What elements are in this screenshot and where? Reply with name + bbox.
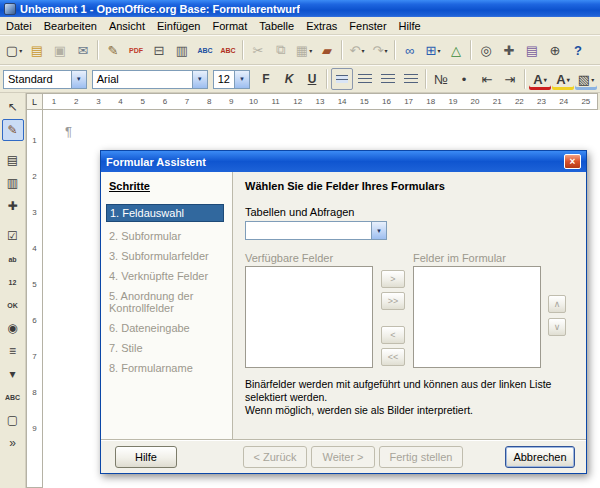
chevron-down-icon[interactable]: ▼ [371, 222, 386, 239]
email-icon[interactable]: ✉ [72, 39, 94, 61]
zoom-icon[interactable]: ⊕ [544, 39, 566, 61]
paragraph-mark: ¶ [65, 124, 72, 139]
decrease-indent-button[interactable]: ⇤ [476, 68, 498, 90]
save-icon: ▣ [49, 39, 71, 61]
menu-datei[interactable]: Datei [0, 18, 38, 34]
step-5-anordnung-der-kontrollfelder: 5. Anordnung der Kontrollfelder [109, 290, 224, 314]
bullets-button[interactable]: • [453, 68, 475, 90]
form-navigator-icon[interactable]: ✚ [2, 195, 24, 217]
tables-combo[interactable]: ▼ [245, 221, 387, 240]
menu-ansicht[interactable]: Ansicht [103, 18, 151, 34]
option-button-icon[interactable]: ◉ [2, 317, 24, 339]
more-controls-icon[interactable]: » [2, 432, 24, 454]
label-field-icon[interactable]: ABC [2, 386, 24, 408]
formatted-field-icon[interactable]: 12 [2, 271, 24, 293]
italic-button[interactable]: K [278, 68, 300, 90]
menu-format[interactable]: Format [206, 18, 253, 34]
steps-heading: Schritte [109, 180, 224, 192]
select-pointer-icon[interactable]: ↖ [2, 96, 24, 118]
justify-button[interactable] [400, 68, 422, 90]
control-properties-icon[interactable]: ▤ [2, 149, 24, 171]
font-name-combo[interactable]: Arial ▼ [92, 70, 208, 89]
checkbox-icon[interactable]: ☑ [2, 225, 24, 247]
vertical-ruler[interactable]: 123456789 [26, 110, 43, 488]
align-left-button[interactable] [331, 68, 353, 90]
formatting-toolbar: Standard ▼ Arial ▼ 12 ▼ FKU№•⇤⇥A▾A▾▧▾ [0, 65, 600, 93]
step-1-feldauswahl[interactable]: 1. Feldauswahl [106, 204, 224, 222]
menu-tabelle[interactable]: Tabelle [253, 18, 300, 34]
design-mode-icon[interactable]: ✎ [2, 119, 24, 141]
spellcheck-icon[interactable]: ABC [194, 39, 216, 61]
form-properties-icon[interactable]: ▥ [2, 172, 24, 194]
open-icon[interactable]: ▤ [26, 39, 48, 61]
edit-file-icon[interactable]: ✎ [102, 39, 124, 61]
cut-icon: ✂ [247, 39, 269, 61]
dialog-heading: Wählen Sie die Felder Ihres Formulars [245, 180, 574, 192]
push-button-icon[interactable]: OK [2, 294, 24, 316]
dialog-titlebar[interactable]: Formular Assistent × [101, 151, 586, 172]
images-note: Wenn möglich, werden sie als Bilder inte… [245, 404, 574, 417]
navigator-icon[interactable]: ✚ [498, 39, 520, 61]
underline-button[interactable]: U [301, 68, 323, 90]
toolbar-gap [2, 142, 24, 148]
menu-extras[interactable]: Extras [300, 18, 343, 34]
form-fields-list[interactable] [413, 266, 541, 368]
paragraph-style-combo[interactable]: Standard ▼ [3, 70, 87, 89]
combo-box-icon[interactable]: ▾ [2, 363, 24, 385]
page-preview-icon[interactable]: ▥ [171, 39, 193, 61]
finish-button: Fertig stellen [379, 446, 463, 468]
new-document-icon[interactable]: ▢▾ [3, 39, 25, 61]
chevron-down-icon[interactable]: ▼ [192, 71, 207, 88]
hyperlink-icon[interactable]: ∞ [399, 39, 421, 61]
close-icon[interactable]: × [564, 154, 581, 169]
list-box-icon[interactable]: ≡ [2, 340, 24, 362]
menu-fenster[interactable]: Fenster [343, 18, 392, 34]
toolbar-separator [524, 69, 526, 89]
step-2-subformular: 2. Subformular [109, 230, 224, 242]
numbering-button[interactable]: № [430, 68, 452, 90]
increase-indent-button[interactable]: ⇥ [499, 68, 521, 90]
autospellcheck-icon[interactable]: ABC [217, 39, 239, 61]
steps-list: 1. Feldauswahl2. Subformular3. Subformul… [109, 204, 224, 374]
menu-einfuegen[interactable]: Einfügen [151, 18, 206, 34]
window-titlebar[interactable]: Unbenannt 1 - OpenOffice.org Base: Formu… [0, 0, 600, 17]
background-color-button[interactable]: ▧▾ [575, 68, 597, 90]
horizontal-ruler[interactable]: 1234567891011121314151617181920212223242… [43, 93, 598, 110]
font-size-combo[interactable]: 12 ▼ [213, 70, 250, 89]
align-right-button[interactable] [377, 68, 399, 90]
print-icon[interactable]: ⊟ [148, 39, 170, 61]
menu-hilfe[interactable]: Hilfe [393, 18, 427, 34]
menu-bearbeiten[interactable]: Bearbeiten [38, 18, 103, 34]
export-pdf-icon[interactable]: PDF [125, 39, 147, 61]
help-button[interactable]: Hilfe [115, 446, 177, 468]
form-wizard-dialog: Formular Assistent × Schritte 1. Feldaus… [100, 150, 587, 474]
font-color-button[interactable]: A▾ [529, 68, 551, 90]
draw-functions-icon[interactable]: △ [445, 39, 467, 61]
toolbar-separator [341, 40, 343, 60]
available-fields-list[interactable] [245, 266, 373, 368]
format-paintbrush-icon[interactable]: ▰ [316, 39, 338, 61]
menubar: DateiBearbeitenAnsichtEinfügenFormatTabe… [0, 17, 600, 35]
dialog-body: Schritte 1. Feldauswahl2. Subformular3. … [101, 172, 586, 473]
chevron-down-icon[interactable]: ▼ [234, 71, 249, 88]
toolbar-separator [470, 40, 472, 60]
gallery-icon[interactable]: ▤ [521, 39, 543, 61]
help-icon[interactable]: ? [567, 39, 589, 61]
cancel-button[interactable]: Abbrechen [505, 446, 575, 468]
tab-stop-selector[interactable]: L [26, 93, 43, 110]
chevron-down-icon[interactable]: ▼ [71, 71, 86, 88]
redo-icon: ↷▾ [369, 39, 391, 61]
group-box-icon[interactable]: ▢ [2, 409, 24, 431]
remove-field-button: < [381, 326, 405, 344]
table-icon[interactable]: ⊞▾ [422, 39, 444, 61]
form-fields-label: Felder im Formular [413, 252, 541, 264]
align-center-button[interactable] [354, 68, 376, 90]
transfer-buttons: > >> < << [381, 252, 405, 368]
bold-button[interactable]: F [255, 68, 277, 90]
standard-toolbar: ▢▾▤▣✉✎PDF⊟▥ABCABC✂⧉▦▾▰↶▾↷▾∞⊞▾△◎✚▤⊕? [0, 35, 600, 65]
back-button: < Zurück [243, 446, 307, 468]
highlighting-button[interactable]: A▾ [552, 68, 574, 90]
text-box-icon[interactable]: ab [2, 248, 24, 270]
add-all-fields-button: >> [381, 292, 405, 310]
find-replace-icon[interactable]: ◎ [475, 39, 497, 61]
